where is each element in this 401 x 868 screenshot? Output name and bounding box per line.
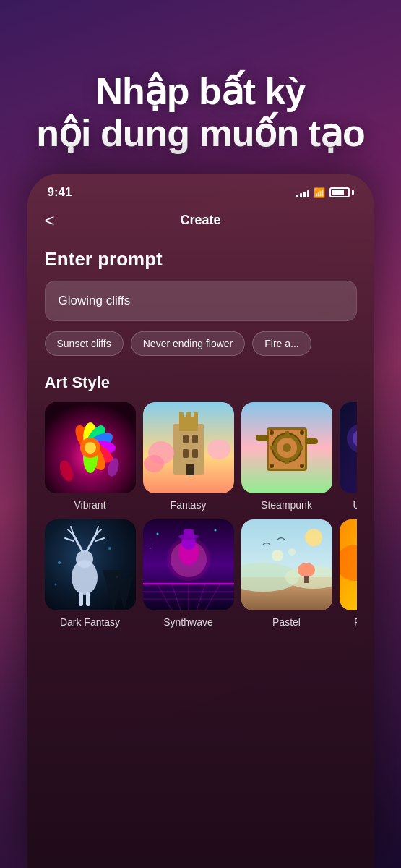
battery-body <box>329 187 350 197</box>
svg-point-39 <box>270 430 274 435</box>
art-thumb-steampunk <box>241 402 332 493</box>
headline-text: Nhập bất kỳ nội dung muốn tạo <box>36 70 364 154</box>
status-time: 9:41 <box>48 185 72 200</box>
chip-label-2: Fire a... <box>264 338 298 349</box>
svg-rect-22 <box>192 449 198 458</box>
svg-rect-17 <box>186 412 191 418</box>
chip-sunset-cliffs[interactable]: Sunset cliffs <box>45 331 124 356</box>
svg-rect-18 <box>194 412 198 418</box>
svg-rect-37 <box>256 435 269 441</box>
art-item-pastel[interactable]: Pastel <box>241 519 332 628</box>
svg-point-82 <box>156 533 158 535</box>
art-item-steampunk[interactable]: Steampunk <box>241 402 332 511</box>
art-label-darkfantasy: Dark Fantasy <box>60 616 120 628</box>
svg-rect-35 <box>270 446 276 450</box>
art-label-unk: U... <box>353 499 357 511</box>
art-label-vibrant: Vibrant <box>74 499 105 511</box>
prompt-input[interactable]: Glowing cliffs <box>45 281 357 321</box>
svg-rect-59 <box>86 592 90 606</box>
wifi-icon: 📶 <box>314 187 325 198</box>
art-item-synthwave[interactable]: Synthwave <box>143 519 234 628</box>
svg-point-91 <box>272 550 283 561</box>
svg-rect-34 <box>285 459 289 464</box>
signal-bar-1 <box>296 195 298 197</box>
status-bar: 9:41 📶 <box>27 174 374 205</box>
svg-rect-80 <box>184 529 194 538</box>
svg-rect-16 <box>179 412 184 418</box>
chip-fire[interactable]: Fire a... <box>252 331 311 356</box>
svg-rect-20 <box>192 435 198 443</box>
art-thumb-synthwave <box>143 519 234 610</box>
art-style-label: Art Style <box>45 373 357 392</box>
content-area: Enter prompt Glowing cliffs Sunset cliff… <box>27 237 374 628</box>
svg-point-60 <box>58 561 61 564</box>
svg-point-32 <box>283 443 291 452</box>
svg-point-25 <box>207 439 230 459</box>
svg-point-49 <box>76 550 93 568</box>
nav-title: Create <box>180 213 220 228</box>
signal-bar-3 <box>303 192 306 197</box>
art-thumb-fantasy <box>143 402 234 493</box>
status-icons: 📶 <box>296 187 354 198</box>
svg-rect-33 <box>285 431 289 437</box>
svg-point-41 <box>270 464 274 468</box>
battery-icon <box>329 187 354 197</box>
battery-fill <box>332 190 345 195</box>
svg-point-63 <box>54 584 56 586</box>
art-label-synthwave: Synthwave <box>163 616 212 628</box>
svg-point-84 <box>150 548 151 549</box>
svg-point-83 <box>214 529 216 532</box>
svg-rect-36 <box>298 446 303 450</box>
svg-point-61 <box>108 547 111 550</box>
svg-rect-23 <box>186 464 194 475</box>
svg-point-10 <box>85 442 96 454</box>
svg-point-92 <box>288 548 296 556</box>
headline-line2: nội dung muốn tạo <box>36 112 364 154</box>
chip-label-1: Never ending flower <box>143 338 233 349</box>
chip-never-ending-flower[interactable]: Never ending flower <box>131 331 246 356</box>
prompt-input-value: Glowing cliffs <box>59 294 131 308</box>
svg-point-93 <box>305 529 322 546</box>
art-thumb-darkfantasy <box>45 519 136 610</box>
svg-rect-81 <box>143 583 234 584</box>
art-label-pastel: Pastel <box>272 616 301 628</box>
svg-point-40 <box>300 430 304 435</box>
svg-rect-90 <box>304 576 309 583</box>
svg-point-89 <box>298 563 315 577</box>
art-thumb-pastel <box>241 519 332 610</box>
svg-point-95 <box>340 545 357 581</box>
art-label-partial-2: P... <box>354 616 357 628</box>
art-thumb-vibrant <box>45 402 136 493</box>
svg-rect-21 <box>183 449 189 458</box>
svg-rect-38 <box>305 438 318 444</box>
art-style-row-1: Vibrant <box>45 402 357 511</box>
art-item-partial-2[interactable]: P... <box>340 519 357 628</box>
nav-back-button[interactable]: < <box>45 210 55 231</box>
signal-bar-2 <box>300 193 302 197</box>
prompt-section-label: Enter prompt <box>45 248 357 271</box>
svg-rect-58 <box>79 592 83 606</box>
chip-label-0: Sunset cliffs <box>57 338 111 349</box>
art-item-darkfantasy[interactable]: Dark Fantasy <box>45 519 136 628</box>
art-style-row-2: Dark Fantasy <box>45 519 357 628</box>
svg-point-42 <box>300 464 304 468</box>
art-thumb-partial-2 <box>340 519 357 610</box>
signal-bar-4 <box>307 190 309 197</box>
art-item-vibrant[interactable]: Vibrant <box>45 402 136 511</box>
suggestion-chips: Sunset cliffs Never ending flower Fire a… <box>45 331 357 356</box>
nav-bar: < Create <box>27 205 374 237</box>
battery-tip <box>352 190 354 195</box>
art-item-fantasy[interactable]: Fantasy <box>143 402 234 511</box>
art-thumb-unk <box>340 402 357 493</box>
phone-mockup: 9:41 📶 < Create Enter prompt <box>27 174 374 868</box>
art-label-fantasy: Fantasy <box>171 499 207 511</box>
svg-point-26 <box>144 455 164 472</box>
art-label-steampunk: Steampunk <box>261 499 312 511</box>
svg-rect-19 <box>183 435 189 443</box>
svg-rect-15 <box>179 417 198 431</box>
headline-line1: Nhập bất kỳ <box>96 70 306 112</box>
art-item-unk[interactable]: U... <box>340 402 357 511</box>
signal-bars-icon <box>296 187 309 197</box>
